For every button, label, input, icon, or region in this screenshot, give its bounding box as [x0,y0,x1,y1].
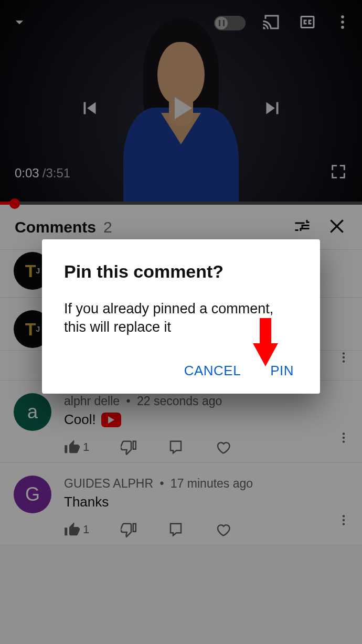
annotation-arrow-icon [250,317,281,369]
cancel-button[interactable]: CANCEL [184,363,241,379]
modal-overlay[interactable]: Pin this comment? If you already pinned … [0,0,362,644]
pin-comment-dialog: Pin this comment? If you already pinned … [42,239,320,394]
dialog-title: Pin this comment? [64,261,298,282]
